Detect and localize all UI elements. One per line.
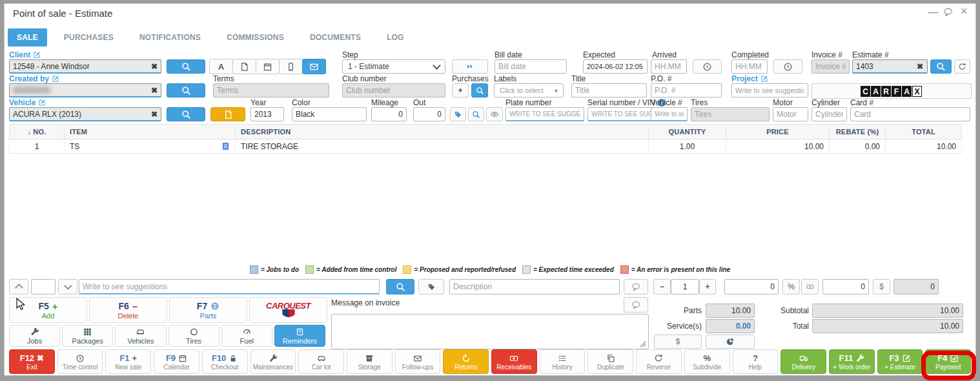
line-description-input[interactable]	[449, 279, 620, 294]
card-input[interactable]	[850, 107, 970, 121]
invoice-message-comment-button[interactable]	[624, 297, 648, 313]
minimize-button[interactable]: —	[928, 6, 938, 18]
expected-input[interactable]	[583, 59, 648, 74]
toolbar-maintenances-button[interactable]: Maintenances	[250, 349, 296, 374]
column-header-total[interactable]: TOTAL	[886, 125, 962, 139]
client-phone-button[interactable]	[279, 59, 303, 74]
price-input[interactable]	[724, 279, 779, 294]
column-header-quantity[interactable]: QUANTITY	[649, 125, 726, 139]
column-header-rebate[interactable]: REBATE (%)	[830, 125, 886, 139]
toolbar-subdivide-button[interactable]: %Subdivide	[684, 349, 730, 374]
client-accounting-button[interactable]: A	[209, 59, 233, 74]
bill-date-input[interactable]	[495, 59, 567, 74]
tab-notifications[interactable]: NOTIFICATIONS	[130, 28, 210, 46]
clear-estimate-icon[interactable]: ✖	[917, 62, 923, 71]
mileage-input[interactable]	[371, 107, 407, 121]
toolbar-new-sale-button[interactable]: F1+New sale	[105, 349, 151, 374]
carquest-button[interactable]: CARQUEST	[249, 297, 327, 323]
completed-input[interactable]	[731, 59, 768, 74]
invoice-message-textarea[interactable]	[331, 314, 649, 349]
chat-button[interactable]	[943, 7, 954, 20]
toolbar-checkout-button[interactable]: F10Checkout	[202, 349, 248, 374]
dollar-button[interactable]: $	[873, 279, 890, 294]
percent-button[interactable]: %	[782, 279, 800, 294]
dollar-mode-button[interactable]: $	[654, 335, 702, 349]
completed-clock-button[interactable]	[773, 59, 802, 74]
toolbar-car-lot-button[interactable]: Car lot	[298, 349, 344, 374]
vehicle-view-button[interactable]	[486, 107, 503, 121]
toolbar-delivery-button[interactable]: Delivery	[781, 349, 826, 374]
category-reminders-button[interactable]: Reminders	[274, 325, 325, 347]
client-search-button[interactable]	[167, 59, 205, 74]
color-input[interactable]	[292, 107, 367, 121]
step-select[interactable]: 1 - Estimate	[342, 59, 445, 74]
club-number-input[interactable]	[342, 83, 445, 98]
toolbar-work-order-button[interactable]: F11+ Work order	[829, 349, 875, 374]
column-header-no[interactable]: ↓NO.	[9, 125, 65, 139]
vehicle-no-input[interactable]	[651, 107, 688, 121]
toolbar-follow-ups-button[interactable]: Follow-ups	[395, 349, 441, 374]
tab-sale[interactable]: SALE	[8, 28, 47, 46]
column-header-item[interactable]: ITEM	[65, 125, 236, 139]
item-search-button[interactable]	[386, 279, 414, 294]
plate-input[interactable]	[505, 107, 584, 121]
client-notes-button[interactable]	[232, 59, 256, 74]
created-by-search-button[interactable]	[167, 83, 205, 98]
move-line-up-button[interactable]	[9, 279, 28, 294]
vehicle-search-button[interactable]	[167, 107, 205, 121]
rebate-input[interactable]	[822, 279, 869, 294]
toolbar-help-button[interactable]: ?Help	[733, 349, 779, 374]
breakdown-chart-button[interactable]	[706, 335, 755, 349]
row-cell-item[interactable]: TS	[65, 139, 236, 154]
toolbar-exit-button[interactable]: F12✖Exit	[9, 349, 55, 374]
vehicle-notes-button[interactable]	[210, 107, 245, 121]
toolbar-returns-button[interactable]: Returns	[443, 349, 489, 374]
arrived-input[interactable]	[651, 59, 687, 74]
money-button[interactable]	[801, 279, 819, 294]
purchases-search-button[interactable]	[471, 83, 488, 98]
toolbar-storage-button[interactable]: Storage	[347, 349, 393, 374]
clear-vehicle-icon[interactable]: ✖	[151, 110, 158, 119]
arrived-clock-button[interactable]	[693, 59, 722, 74]
category-vehicles-button[interactable]: Vehicles	[115, 325, 166, 347]
client-appointments-button[interactable]	[256, 59, 280, 74]
category-jobs-button[interactable]: Jobs	[9, 325, 60, 347]
po-input[interactable]	[651, 83, 722, 98]
f6-delete-button[interactable]: F6− Delete	[89, 297, 167, 323]
tab-purchases[interactable]: PURCHASES	[55, 28, 123, 46]
client-email-button[interactable]	[302, 59, 326, 74]
vehicle-tag-button[interactable]	[450, 107, 466, 121]
move-line-down-button[interactable]	[58, 279, 77, 294]
close-button[interactable]: ×	[961, 5, 968, 17]
client-input[interactable]	[9, 59, 161, 74]
vehicle-key-search-button[interactable]	[468, 107, 484, 121]
tab-log[interactable]: LOG	[378, 28, 413, 46]
project-input[interactable]	[731, 83, 808, 98]
estimate-refresh-button[interactable]	[954, 59, 970, 74]
toolbar-duplicate-button[interactable]: Duplicate	[587, 349, 633, 374]
carfax-panel[interactable]: CARFAX	[812, 83, 972, 99]
next-step-button[interactable]	[452, 59, 488, 74]
labels-select[interactable]: Click to select▾	[494, 83, 564, 98]
toolbar-time-control-button[interactable]: Time control	[57, 349, 103, 374]
terms-input[interactable]	[213, 83, 329, 98]
resize-handle-icon[interactable]	[640, 341, 646, 347]
clear-client-icon[interactable]: ✖	[151, 62, 158, 71]
toolbar-estimate-new-button[interactable]: F3+ Estimate	[877, 349, 923, 374]
item-suggestions-input[interactable]	[79, 279, 380, 294]
motor-input[interactable]	[773, 107, 808, 121]
toolbar-payment-button[interactable]: F4Payment	[925, 349, 971, 374]
title-input[interactable]	[571, 83, 647, 98]
tab-documents[interactable]: DOCUMENTS	[301, 28, 370, 46]
invoice-input[interactable]	[812, 59, 850, 74]
estimate-search-button[interactable]	[930, 59, 952, 74]
toolbar-history-button[interactable]: History	[540, 349, 586, 374]
line-index-input[interactable]	[31, 279, 56, 294]
item-tag-button[interactable]	[418, 279, 444, 294]
year-input[interactable]	[250, 107, 284, 121]
tab-commissions[interactable]: COMMISSIONS	[218, 28, 293, 46]
clear-created-by-icon[interactable]: ✖	[151, 86, 158, 95]
purchases-add-button[interactable]: +	[452, 83, 469, 98]
tires-input[interactable]	[691, 107, 770, 121]
out-input[interactable]	[413, 107, 445, 121]
